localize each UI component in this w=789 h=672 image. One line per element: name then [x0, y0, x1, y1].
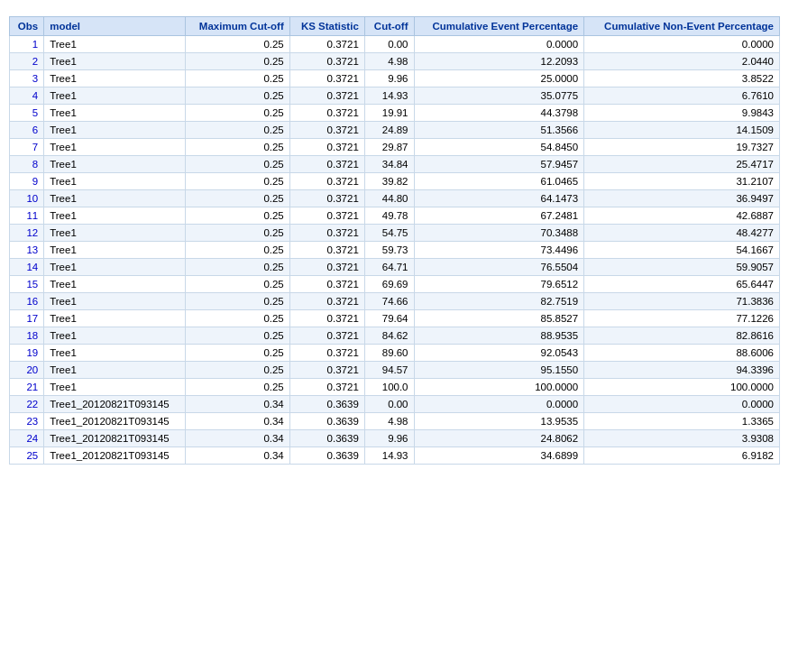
cell-cutoff: 89.60: [364, 345, 414, 362]
cell-maxCutoff: 0.25: [186, 293, 289, 310]
table-row: 6Tree10.250.372124.8951.356614.1509: [10, 122, 780, 139]
cell-maxCutoff: 0.34: [186, 396, 289, 413]
cell-cumEvent: 70.3488: [414, 225, 584, 242]
cell-cumNonEvent: 36.9497: [584, 190, 780, 207]
cell-maxCutoff: 0.25: [186, 362, 289, 379]
cell-cutoff: 4.98: [364, 53, 414, 70]
cell-cutoff: 34.84: [364, 156, 414, 173]
cell-cumNonEvent: 59.9057: [584, 259, 780, 276]
col-header-cutoff: Cut-off: [364, 17, 414, 36]
cell-model: Tree1: [44, 362, 186, 379]
cell-model: Tree1: [44, 293, 186, 310]
cell-cutoff: 94.57: [364, 362, 414, 379]
cell-cutoff: 49.78: [364, 207, 414, 225]
cell-cumEvent: 76.5504: [414, 259, 584, 276]
cell-cumEvent: 13.9535: [414, 413, 584, 430]
cell-cutoff: 69.69: [364, 276, 414, 293]
cell-obs: 22: [10, 396, 44, 413]
table-row: 14Tree10.250.372164.7176.550459.9057: [10, 259, 780, 276]
cell-cumEvent: 61.0465: [414, 173, 584, 190]
cell-cutoff: 84.62: [364, 327, 414, 345]
table-row: 11Tree10.250.372149.7867.248142.6887: [10, 207, 780, 225]
cell-model: Tree1: [44, 122, 186, 139]
cell-model: Tree1: [44, 327, 186, 345]
cell-maxCutoff: 0.34: [186, 447, 289, 465]
cell-cumNonEvent: 6.9182: [584, 447, 780, 465]
cell-obs: 1: [10, 36, 44, 53]
cell-maxCutoff: 0.25: [186, 36, 289, 53]
cell-ksStat: 0.3721: [289, 105, 364, 122]
table-row: 3Tree10.250.37219.9625.00003.8522: [10, 70, 780, 87]
cell-maxCutoff: 0.25: [186, 259, 289, 276]
cell-cumNonEvent: 1.3365: [584, 413, 780, 430]
cell-ksStat: 0.3721: [289, 242, 364, 259]
cell-ksStat: 0.3639: [289, 447, 364, 465]
cell-obs: 19: [10, 345, 44, 362]
cell-maxCutoff: 0.25: [186, 53, 289, 70]
cell-ksStat: 0.3721: [289, 53, 364, 70]
cell-maxCutoff: 0.25: [186, 70, 289, 87]
table-row: 1Tree10.250.37210.000.00000.0000: [10, 36, 780, 53]
cell-cutoff: 100.0: [364, 379, 414, 396]
cell-ksStat: 0.3721: [289, 362, 364, 379]
cell-obs: 17: [10, 310, 44, 327]
cell-cumNonEvent: 14.1509: [584, 122, 780, 139]
cell-ksStat: 0.3721: [289, 345, 364, 362]
table-row: 24Tree1_20120821T0931450.340.36399.9624.…: [10, 430, 780, 447]
cell-cumNonEvent: 94.3396: [584, 362, 780, 379]
table-row: 16Tree10.250.372174.6682.751971.3836: [10, 293, 780, 310]
cell-ksStat: 0.3721: [289, 225, 364, 242]
cell-ksStat: 0.3721: [289, 310, 364, 327]
cell-cumEvent: 0.0000: [414, 396, 584, 413]
cell-maxCutoff: 0.34: [186, 430, 289, 447]
cell-obs: 14: [10, 259, 44, 276]
cell-cumEvent: 85.8527: [414, 310, 584, 327]
cell-model: Tree1: [44, 156, 186, 173]
cell-ksStat: 0.3721: [289, 173, 364, 190]
cell-obs: 7: [10, 139, 44, 156]
cell-maxCutoff: 0.25: [186, 156, 289, 173]
col-header-maxCutoff: Maximum Cut-off: [186, 17, 289, 36]
cell-cumNonEvent: 0.0000: [584, 36, 780, 53]
cell-model: Tree1: [44, 379, 186, 396]
cell-cumNonEvent: 19.7327: [584, 139, 780, 156]
cell-obs: 6: [10, 122, 44, 139]
table-row: 4Tree10.250.372114.9335.07756.7610: [10, 87, 780, 105]
cell-maxCutoff: 0.25: [186, 310, 289, 327]
cell-cumNonEvent: 100.0000: [584, 379, 780, 396]
cell-cumEvent: 73.4496: [414, 242, 584, 259]
cell-model: Tree1: [44, 345, 186, 362]
table-row: 7Tree10.250.372129.8754.845019.7327: [10, 139, 780, 156]
table-row: 8Tree10.250.372134.8457.945725.4717: [10, 156, 780, 173]
cell-cutoff: 59.73: [364, 242, 414, 259]
cell-cumEvent: 67.2481: [414, 207, 584, 225]
cell-maxCutoff: 0.25: [186, 105, 289, 122]
cell-model: Tree1: [44, 190, 186, 207]
cell-cutoff: 9.96: [364, 70, 414, 87]
col-header-cumEvent: Cumulative Event Percentage: [414, 17, 584, 36]
cell-obs: 21: [10, 379, 44, 396]
cell-obs: 12: [10, 225, 44, 242]
cell-cumNonEvent: 25.4717: [584, 156, 780, 173]
cell-ksStat: 0.3721: [289, 122, 364, 139]
cell-cumNonEvent: 42.6887: [584, 207, 780, 225]
cell-cumNonEvent: 71.3836: [584, 293, 780, 310]
table-row: 18Tree10.250.372184.6288.953582.8616: [10, 327, 780, 345]
cell-cutoff: 4.98: [364, 413, 414, 430]
cell-model: Tree1: [44, 276, 186, 293]
cell-cutoff: 29.87: [364, 139, 414, 156]
cell-maxCutoff: 0.25: [186, 345, 289, 362]
cell-cumNonEvent: 3.8522: [584, 70, 780, 87]
cell-cumEvent: 100.0000: [414, 379, 584, 396]
table-row: 9Tree10.250.372139.8261.046531.2107: [10, 173, 780, 190]
cell-model: Tree1: [44, 259, 186, 276]
cell-model: Tree1: [44, 173, 186, 190]
cell-cutoff: 74.66: [364, 293, 414, 310]
cell-cutoff: 19.91: [364, 105, 414, 122]
cell-cumNonEvent: 88.6006: [584, 345, 780, 362]
cell-model: Tree1: [44, 87, 186, 105]
table-row: 2Tree10.250.37214.9812.20932.0440: [10, 53, 780, 70]
cell-ksStat: 0.3721: [289, 190, 364, 207]
cell-obs: 16: [10, 293, 44, 310]
cell-cumNonEvent: 54.1667: [584, 242, 780, 259]
